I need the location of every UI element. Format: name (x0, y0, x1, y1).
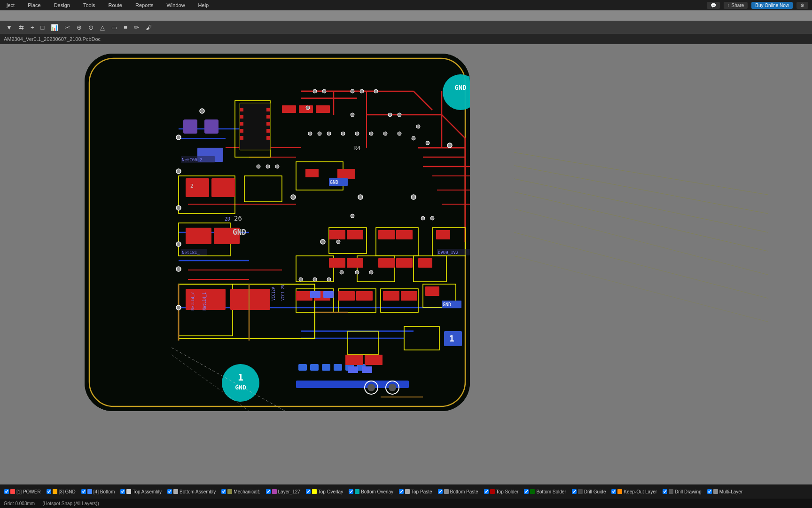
svg-rect-34 (334, 364, 342, 371)
tool-square[interactable]: □ (38, 23, 47, 32)
menu-design[interactable]: Design (51, 1, 73, 9)
svg-point-117 (369, 132, 373, 135)
svg-rect-96 (323, 291, 334, 298)
chat-button[interactable]: 💬 (707, 2, 720, 9)
layer-checkbox-bottom_assembly[interactable] (167, 489, 172, 494)
layer-checkbox-top_paste[interactable] (399, 489, 404, 494)
svg-text:GND: GND (454, 84, 466, 91)
svg-rect-194 (266, 129, 270, 133)
settings-button[interactable]: ⚙ (796, 2, 808, 9)
layer-item-power[interactable]: [1] POWER (2, 489, 43, 495)
svg-text:R4: R4 (353, 144, 361, 151)
tool-chart[interactable]: 📊 (48, 23, 61, 32)
layer-item-drill_drawing[interactable]: Drill Drawing (660, 489, 704, 495)
svg-point-137 (200, 109, 204, 113)
layer-checkbox-top_assembly[interactable] (120, 489, 125, 494)
pcb-board[interactable]: R4 GND GND GND NetC60_2 NetC81_ DVU0_1V2… (85, 54, 470, 411)
layer-checkbox-power[interactable] (4, 489, 9, 494)
layer-item-mechanical[interactable]: Mechanical1 (219, 489, 262, 495)
svg-rect-77 (425, 286, 439, 296)
svg-point-116 (355, 132, 359, 135)
layer-checkbox-multi_layer[interactable] (707, 489, 712, 494)
layer-item-bottom[interactable]: [4] Bottom (79, 489, 117, 495)
layer-item-bottom_solder[interactable]: Bottom Solder (522, 489, 568, 495)
layer-item-bottom_assembly[interactable]: Bottom Assembly (165, 489, 218, 495)
layer-checkbox-gnd[interactable] (47, 489, 51, 494)
layer-checkbox-top_overlay[interactable] (306, 489, 311, 494)
layer-checkbox-bottom[interactable] (81, 489, 86, 494)
layer-item-layer127[interactable]: Layer_127 (264, 489, 303, 495)
layer-checkbox-layer127[interactable] (266, 489, 271, 494)
layer-item-top_paste[interactable]: Top Paste (397, 489, 434, 495)
canvas-area[interactable]: R4 GND GND GND NetC60_2 NetC81_ DVU0_1V2… (0, 44, 812, 484)
layer-checkbox-bottom_solder[interactable] (524, 489, 529, 494)
tool-plus[interactable]: + (28, 23, 37, 32)
layer-checkbox-bottom_paste[interactable] (438, 489, 443, 494)
layer-label-layer127: Layer_127 (278, 489, 300, 494)
layer-checkbox-keepout[interactable] (611, 489, 616, 494)
layer-item-top_assembly[interactable]: Top Assembly (118, 489, 164, 495)
tool-filter[interactable]: ▼ (4, 23, 15, 32)
svg-line-210 (514, 209, 768, 275)
svg-text:NetC81_: NetC81_ (182, 250, 200, 255)
layer-item-gnd[interactable]: [3] GND (44, 489, 78, 495)
layer-item-top_solder[interactable]: Top Solder (482, 489, 521, 495)
svg-rect-67 (347, 258, 363, 268)
svg-text:NetL14_2: NetL14_2 (191, 292, 195, 310)
svg-rect-93 (204, 119, 219, 134)
layer-item-multi_layer[interactable]: Multi-Layer (705, 489, 745, 495)
tool-pen[interactable]: ✏ (132, 23, 141, 32)
tool-triangle[interactable]: △ (98, 23, 107, 32)
svg-point-131 (176, 135, 181, 140)
svg-rect-64 (396, 230, 413, 239)
share-button[interactable]: ↑Share (724, 2, 748, 9)
menu-route[interactable]: Route (106, 1, 125, 9)
layer-dot-mechanical (227, 489, 232, 494)
svg-point-130 (351, 214, 354, 218)
menu-reports[interactable]: Reports (133, 1, 156, 9)
svg-text:GND: GND (233, 228, 246, 237)
layer-item-bottom_overlay[interactable]: Bottom Overlay (346, 489, 396, 495)
svg-point-133 (176, 206, 181, 210)
layer-checkbox-drill_guide[interactable] (572, 489, 577, 494)
layer-checkbox-drill_drawing[interactable] (663, 489, 667, 494)
layer-checkbox-mechanical[interactable] (221, 489, 226, 494)
svg-point-147 (389, 384, 396, 391)
tool-brush[interactable]: 🖌 (143, 23, 154, 32)
layer-checkbox-bottom_overlay[interactable] (349, 489, 353, 494)
tool-arrows[interactable]: ⇆ (16, 23, 26, 32)
svg-rect-80 (186, 228, 211, 244)
tool-bar-chart[interactable]: ≡ (121, 23, 130, 32)
layer-dot-keepout (617, 489, 622, 494)
layer-item-top_overlay[interactable]: Top Overlay (304, 489, 345, 495)
svg-rect-187 (240, 115, 243, 119)
svg-point-114 (327, 132, 331, 135)
tool-target[interactable]: ⊙ (86, 23, 96, 32)
tool-cut[interactable]: ✂ (62, 23, 72, 32)
menu-project[interactable]: ject (4, 1, 17, 9)
menu-window[interactable]: Window (164, 1, 187, 9)
svg-point-140 (369, 270, 373, 274)
svg-rect-70 (418, 258, 432, 268)
svg-line-212 (514, 256, 768, 322)
svg-rect-83 (230, 289, 270, 310)
svg-rect-98 (362, 366, 372, 373)
layer-checkbox-top_solder[interactable] (484, 489, 489, 494)
menu-tools[interactable]: Tools (80, 1, 98, 9)
svg-rect-57 (299, 105, 313, 113)
layer-label-bottom_solder: Bottom Solder (536, 489, 566, 494)
layer-item-keepout[interactable]: Keep-Out Layer (609, 489, 659, 495)
menu-help[interactable]: Help (195, 1, 212, 9)
tool-rect[interactable]: ▭ (109, 23, 119, 32)
svg-text:GND: GND (330, 180, 338, 185)
svg-line-209 (514, 192, 768, 251)
layer-item-bottom_paste[interactable]: Bottom Paste (436, 489, 481, 495)
svg-point-146 (367, 384, 375, 391)
buy-button[interactable]: Buy Online Now (751, 2, 793, 9)
svg-point-143 (327, 278, 331, 281)
tool-zoom[interactable]: ⊕ (74, 23, 84, 32)
layer-item-drill_guide[interactable]: Drill Guide (570, 489, 609, 495)
layer-panel: [1] POWER[3] GND[4] BottomTop AssemblyBo… (0, 484, 812, 508)
svg-rect-186 (240, 108, 243, 111)
menu-place[interactable]: Place (25, 1, 44, 9)
